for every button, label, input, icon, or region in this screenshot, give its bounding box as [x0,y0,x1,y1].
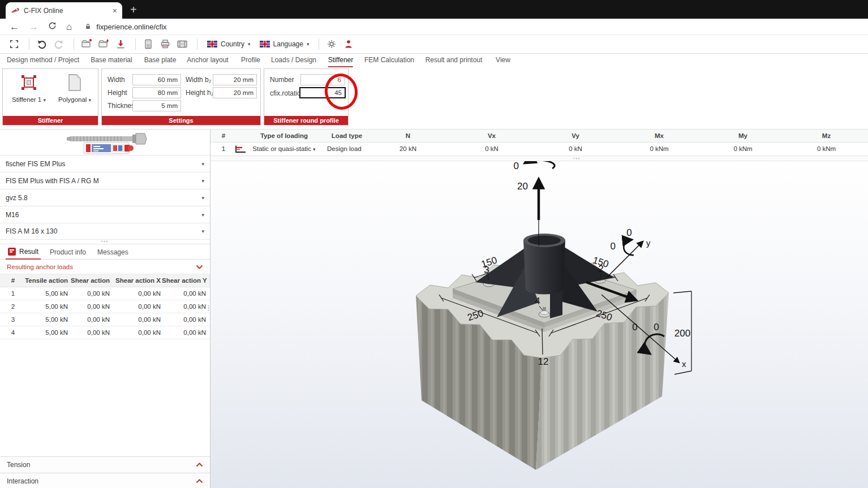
tab-fem-calculation[interactable]: FEM Calculation [364,54,414,66]
polygonal-shape-icon [65,73,84,92]
tab-loads-design[interactable]: Loads / Design [271,54,316,66]
license-user-icon[interactable] [341,37,356,51]
round-profile-card: Number cfix.rotation Stiffener round pro… [264,68,349,126]
select-label: FIS EM Plus with FIS A / RG M [6,177,99,185]
col-vy: Vy [534,129,617,142]
calculator-icon[interactable] [141,37,156,51]
chevron-down-icon: ▾ [201,195,204,201]
interaction-section-header[interactable]: Interaction [0,473,210,488]
col-tensile: Tensile action [22,274,68,287]
chevron-down-icon: ▾ [313,146,316,152]
3d-viewport[interactable]: 20 0 0 0 y 0 0 x 150 150 250 250 200 12 … [210,161,868,488]
redo-icon[interactable] [51,37,66,51]
z-axis-force [525,161,555,246]
tension-label: Tension [7,461,30,469]
tab-product-info[interactable]: Product info [50,244,86,260]
tab-base-material[interactable]: Base material [91,54,132,66]
select-label: M16 [6,211,19,219]
moment-y-label: 0 [611,241,616,252]
stiffener-shape-selector[interactable]: Polygonal ▾ [54,73,96,103]
browser-reload-icon[interactable] [48,21,57,32]
browser-forward-icon[interactable]: → [29,22,38,32]
import-project-icon[interactable] [96,37,111,51]
url-text[interactable]: fixperience.online/cfix [96,23,166,31]
undo-icon[interactable] [35,37,49,51]
height-input[interactable] [132,87,181,98]
tab-result-printout[interactable]: Result and printout [426,54,483,66]
anchor-2-label: 2 [598,264,603,274]
select-steel-grade[interactable]: gvz 5.8▾ [0,189,210,206]
tab-messages[interactable]: Messages [97,244,128,260]
thickness-input[interactable] [132,100,181,111]
cell-n: 20 kN [366,142,450,156]
resulting-anchor-loads-header[interactable]: Resulting anchor loads [0,260,210,274]
tab-result[interactable]: Result [6,244,41,260]
language-flag-icon [260,41,270,47]
number-input[interactable] [300,74,345,85]
select-anchor-size[interactable]: M16▾ [0,206,210,223]
type-of-loading-select[interactable]: Static or quasi-static ▾ [246,142,322,156]
tab-anchor-layout[interactable]: Anchor layout [187,54,228,66]
tension-section-header[interactable]: Tension [0,456,210,473]
tab-stiffener[interactable]: Stiffener [328,54,353,67]
cell: 0,00 kN [111,313,161,326]
tab-view[interactable]: View [496,54,510,66]
cell: 0,00 kN [111,326,161,339]
stiffener-select-label: Stiffener 1 [12,96,41,103]
app-toolbar: Country ▾ Language ▾ [0,35,868,54]
tab-close-icon[interactable]: × [113,6,117,15]
cell: 4 [5,326,22,339]
save-download-icon[interactable] [113,37,128,51]
cell: 0,00 kN [162,300,206,313]
lock-icon [84,23,92,31]
fullscreen-icon[interactable] [7,37,22,51]
open-project-icon[interactable] [79,37,94,51]
select-label: FIS A M 16 x 130 [6,227,57,235]
width-label: Width [108,75,125,85]
print-icon[interactable] [158,37,173,51]
width-input[interactable] [132,74,181,85]
video-icon[interactable] [175,37,190,51]
chevron-down-icon: ▾ [201,178,204,184]
browser-tab[interactable]: C-FIX Online × [6,2,122,19]
height-h2-input[interactable] [213,87,257,98]
tab-design-method[interactable]: Design method / Project [7,54,79,66]
width-b2-input[interactable] [213,74,257,85]
settings-card: Width Height Thickness Width b₂ Height h… [101,68,261,126]
tab-base-plate[interactable]: Base plate [144,54,177,66]
language-select[interactable]: Language ▾ [260,40,310,48]
moment-x-label: 0 [654,322,659,332]
cell: 0,00 kN [69,326,110,339]
result-icon [8,248,16,256]
select-product-family[interactable]: fischer FIS EM Plus▾ [0,155,210,172]
app-root: C-FIX Online × + ← → ⌂ fixperience.onlin… [0,0,868,488]
cell: 0,00 kN [111,300,161,313]
col-mx: Mx [617,129,701,142]
col-n: N [366,129,450,142]
chevron-down-icon: ▾ [43,97,46,103]
anchor-3-label: 3 [484,265,489,275]
settings-gear-icon[interactable] [324,37,339,51]
browser-home-icon[interactable]: ⌂ [66,22,72,32]
col-type-of-loading: Type of loading [246,129,322,142]
select-product-variant[interactable]: FIS EM Plus with FIS A / RG M▾ [0,172,210,189]
select-label: gvz 5.8 [6,194,28,202]
language-label: Language [273,40,303,48]
height-h2-label: Height h₂ [186,88,213,98]
table-row: 1 5,00 kN 0,00 kN 0,00 kN 0,00 kN [0,287,210,300]
col-num: # [5,274,22,287]
col-num: # [210,129,237,142]
cell: 3 [5,313,22,326]
country-select[interactable]: Country ▾ [207,40,251,48]
tab-profile[interactable]: Profile [241,54,260,66]
stiffener-selector[interactable]: Stiffener 1 ▾ [7,73,50,103]
rotation-input[interactable] [299,87,346,98]
chevron-down-icon: ▾ [201,212,204,218]
force-n-label: 20 [517,181,528,192]
toolbar-separator [29,38,29,50]
col-vx: Vx [450,129,534,142]
table-viewport-splitter[interactable]: ⋯ [210,156,868,161]
browser-back-icon[interactable]: ← [10,22,19,32]
cell: 0,00 kN [162,326,206,339]
new-tab-button[interactable]: + [130,1,137,18]
